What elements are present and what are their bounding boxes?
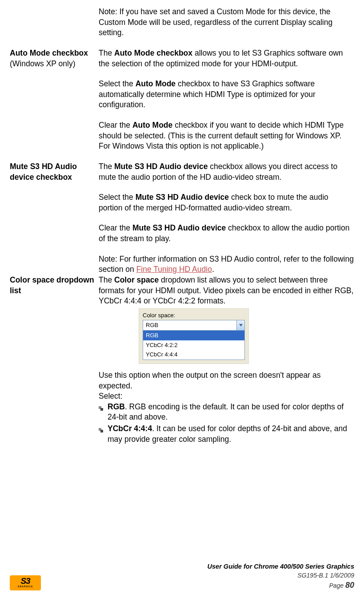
row-color-space: Color space dropdown list The Color spac… xyxy=(10,275,354,445)
auto-mode-p3: Clear the Auto Mode checkbox if you want… xyxy=(99,120,354,152)
list-item: RGB. RGB encoding is the default. It can… xyxy=(99,402,354,423)
svg-rect-2 xyxy=(100,408,103,411)
color-space-options-list: RGB YCbCr 4:2:2 YCbCr 4:4:4 xyxy=(143,330,244,360)
mute-p2: Select the Mute S3 HD Audio device check… xyxy=(99,192,354,213)
bullet-icon xyxy=(99,424,108,436)
color-space-selected-value: RGB xyxy=(143,320,236,330)
footer-text-block: User Guide for Chrome 400/500 Series Gra… xyxy=(208,562,354,590)
auto-mode-p1: The Auto Mode checkbox allows you to let… xyxy=(99,48,354,69)
color-space-select[interactable]: RGB RGB YCbCr 4:2:2 YCbCr 4:4:4 xyxy=(143,320,245,360)
svg-marker-0 xyxy=(239,324,243,327)
color-space-title-label: Color space: xyxy=(143,311,245,319)
footer-page: Page 80 xyxy=(208,580,354,590)
color-space-option-444[interactable]: YCbCr 4:4:4 xyxy=(143,350,244,360)
row-auto-mode: Auto Mode checkbox (Windows XP only) The… xyxy=(10,48,354,162)
label-color-space: Color space dropdown list xyxy=(10,275,99,296)
label-mute-audio: Mute S3 HD Audio device checkbox xyxy=(10,162,99,182)
content-intro: Note: If you have set and saved a Custom… xyxy=(99,7,354,48)
label-auto-mode: Auto Mode checkbox (Windows XP only) xyxy=(10,48,99,69)
label-auto-mode-reg: (Windows XP only) xyxy=(10,59,94,69)
content-mute-audio: The Mute S3 HD Audio device checkbox all… xyxy=(99,162,354,275)
footer-doc-id: SG195-B.1 1/6/2009 xyxy=(208,571,354,580)
label-auto-mode-bold: Auto Mode checkbox xyxy=(10,48,94,59)
list-item: YCbCr 4:4:4. It can be used for color de… xyxy=(99,424,354,444)
color-space-p2: Use this option when the output on the s… xyxy=(99,370,354,391)
auto-mode-p2: Select the Auto Mode checkbox to have S3… xyxy=(99,79,354,110)
bullet-text: RGB. RGB encoding is the default. It can… xyxy=(108,402,354,423)
content-color-space: The Color space dropdown list allows you… xyxy=(99,275,354,445)
label-mute-audio-bold: Mute S3 HD Audio device checkbox xyxy=(10,162,94,182)
color-space-p3: Select: xyxy=(99,391,354,402)
bullet-text: YCbCr 4:4:4. It can be used for color de… xyxy=(108,424,354,444)
mute-p1: The Mute S3 HD Audio device checkbox all… xyxy=(99,162,354,182)
intro-note-text: Note: If you have set and saved a Custom… xyxy=(99,7,354,38)
color-space-option-rgb[interactable]: RGB xyxy=(143,331,244,340)
content-auto-mode: The Auto Mode checkbox allows you to let… xyxy=(99,48,354,162)
fine-tuning-hd-audio-link[interactable]: Fine Tuning HD Audio xyxy=(136,265,212,274)
svg-rect-4 xyxy=(100,430,103,432)
bullet-icon xyxy=(99,402,108,414)
document-page: Note: If you have set and saved a Custom… xyxy=(0,0,364,594)
label-color-space-bold: Color space dropdown list xyxy=(10,275,94,296)
page-footer: S3 GRAPHICS User Guide for Chrome 400/50… xyxy=(10,562,354,590)
color-space-dropdown-panel: Color space: RGB RGB YCbCr 4:2:2 YCbCr 4… xyxy=(139,308,249,364)
footer-title: User Guide for Chrome 400/500 Series Gra… xyxy=(208,562,354,571)
mute-p3: Clear the Mute S3 HD Audio device checkb… xyxy=(99,223,354,244)
dropdown-arrow-icon[interactable] xyxy=(236,320,244,330)
s3-logo-icon: S3 GRAPHICS xyxy=(10,575,41,590)
row-intro: Note: If you have set and saved a Custom… xyxy=(10,7,354,48)
color-space-bullet-list: RGB. RGB encoding is the default. It can… xyxy=(99,402,354,445)
color-space-selected-row[interactable]: RGB xyxy=(143,320,244,330)
mute-p4: Note: For further information on S3 HD A… xyxy=(99,254,354,275)
row-mute-audio: Mute S3 HD Audio device checkbox The Mut… xyxy=(10,162,354,275)
color-space-option-422[interactable]: YCbCr 4:2:2 xyxy=(143,340,244,350)
color-space-p1: The Color space dropdown list allows you… xyxy=(99,275,354,307)
